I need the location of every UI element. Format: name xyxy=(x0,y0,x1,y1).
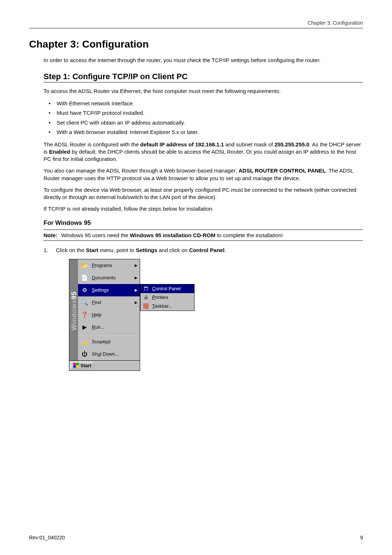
start-menu-item-programs[interactable]: 📂 Programs ▶ xyxy=(78,259,140,272)
start-menu-main: Windows95 📂 Programs ▶ 📄 Documents ▶ ⚙ S… xyxy=(69,259,140,361)
windows-logo-icon xyxy=(73,363,79,368)
note-label: Note: xyxy=(44,232,57,238)
heading-rule xyxy=(44,82,363,82)
windows95-heading: For Windows 95 xyxy=(44,219,363,227)
start-menu-screenshot: Windows95 📂 Programs ▶ 📄 Documents ▶ ⚙ S… xyxy=(69,259,214,371)
start-button[interactable]: Start xyxy=(70,362,94,369)
submenu-item-taskbar[interactable]: 🧱 Taskbar... xyxy=(140,302,194,311)
printers-icon: 🖨 xyxy=(143,294,149,301)
start-menu-items: 📂 Programs ▶ 📄 Documents ▶ ⚙ Settings ▶ … xyxy=(78,259,140,360)
menu-separator xyxy=(79,334,139,335)
chapter-title: Chapter 3: Configuration xyxy=(29,39,363,50)
chevron-right-icon: ▶ xyxy=(135,263,138,267)
page-number: 9 xyxy=(360,535,363,540)
chevron-right-icon: ▶ xyxy=(135,300,138,304)
settings-icon: ⚙ xyxy=(80,286,89,295)
start-menu-item-documents[interactable]: 📄 Documents ▶ xyxy=(78,272,140,284)
control-panel-icon: 🗔 xyxy=(143,285,149,292)
footer-revision: Rev:01_040220 xyxy=(29,535,65,540)
start-menu-item-settings[interactable]: ⚙ Settings ▶ xyxy=(78,284,140,296)
requirements-list: With Ethernet network interface. Must ha… xyxy=(44,100,363,137)
suspend-icon: 🌙 xyxy=(80,337,89,346)
taskbar-icon: 🧱 xyxy=(143,303,149,309)
note-box: Note: Windows 95 users need the Windows … xyxy=(44,230,363,241)
shutdown-icon: ⏻ xyxy=(80,350,89,358)
install-paragraph: If TCP/IP is not already installed, foll… xyxy=(44,205,363,212)
find-icon: 🔍 xyxy=(80,298,89,307)
page-header: Chapter 3: Configuration xyxy=(29,20,363,28)
submenu-item-printers[interactable]: 🖨 Printers xyxy=(140,293,194,302)
list-item: Must have TCP/IP protocol installed. xyxy=(44,109,363,117)
chapter-label: Chapter 3: Configuration xyxy=(307,20,363,26)
start-menu-item-help[interactable]: ❓ Help xyxy=(78,309,140,321)
manage-paragraph: You also can manage the ADSL Router thro… xyxy=(44,167,363,182)
settings-submenu: 🗔 Control Panel 🖨 Printers 🧱 Taskbar... xyxy=(140,284,195,311)
step-item: 1. Click on the Start menu, point to Set… xyxy=(44,247,363,254)
steps-list: 1. Click on the Start menu, point to Set… xyxy=(44,247,363,254)
submenu-item-control-panel[interactable]: 🗔 Control Panel xyxy=(140,284,194,293)
taskbar: Start xyxy=(69,361,140,371)
programs-icon: 📂 xyxy=(80,261,89,270)
start-menu-brand-bar: Windows95 xyxy=(69,259,78,360)
list-item: With a Web browser installed: Internet E… xyxy=(44,128,363,137)
intro-paragraph: In order to access the Internet through … xyxy=(44,57,363,64)
run-icon: ▶ xyxy=(80,323,89,332)
list-item: Set client PC with obtain an IP address … xyxy=(44,119,363,127)
default-ip-paragraph: The ADSL Router is configured with the d… xyxy=(44,141,363,163)
documents-icon: 📄 xyxy=(80,274,89,282)
chevron-right-icon: ▶ xyxy=(135,276,138,280)
step1-heading: Step 1: Configure TCP/IP on Client PC xyxy=(44,72,363,81)
start-menu-item-suspend[interactable]: 🌙 Suspend xyxy=(78,336,140,348)
start-menu-item-run[interactable]: ▶ Run... xyxy=(78,321,140,333)
start-menu-item-shutdown[interactable]: ⏻ Shut Down... xyxy=(78,348,140,360)
webconfig-paragraph: To configure the device via Web browser,… xyxy=(44,186,363,201)
page-footer: Rev:01_040220 9 xyxy=(29,535,363,540)
requirements-intro: To access the ADSL Router via Ethernet, … xyxy=(44,88,363,95)
list-item: With Ethernet network interface. xyxy=(44,100,363,108)
start-menu-item-find[interactable]: 🔍 Find ▶ xyxy=(78,296,140,309)
help-icon: ❓ xyxy=(80,311,89,319)
chevron-right-icon: ▶ xyxy=(135,288,138,292)
